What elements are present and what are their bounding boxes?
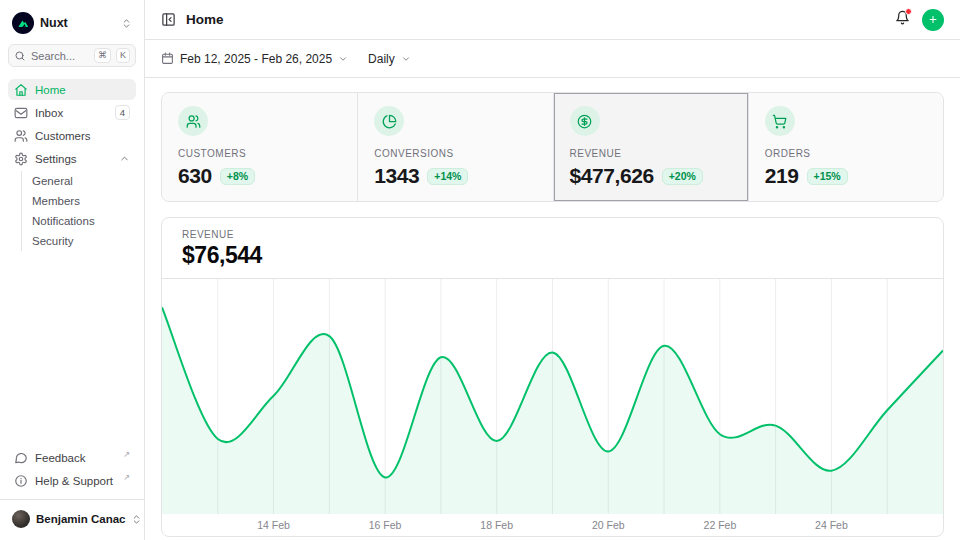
circle-dollar-icon — [570, 106, 600, 136]
sidebar-item-help-support[interactable]: Help & Support ↗ — [8, 470, 136, 491]
users-icon — [178, 106, 208, 136]
sidebar-item-home[interactable]: Home — [8, 79, 136, 100]
nuxt-logo-icon — [12, 12, 34, 34]
stat-label: ORDERS — [765, 148, 927, 159]
stat-label: CONVERSIONS — [374, 148, 536, 159]
sidebar-item-label: Customers — [35, 130, 130, 142]
workspace-selector[interactable]: Nuxt — [8, 8, 136, 44]
sidebar-item-label: Settings — [35, 153, 112, 165]
user-menu[interactable]: Benjamin Canac — [8, 508, 136, 530]
sidebar-spacer — [8, 251, 136, 447]
stat-label: REVENUE — [570, 148, 732, 159]
inbox-count-badge: 4 — [115, 105, 130, 120]
stat-value: 630 — [178, 164, 212, 188]
chart-header: REVENUE $76,544 — [162, 218, 943, 278]
search-input[interactable]: Search... ⌘ K — [8, 44, 136, 67]
chevron-up-icon — [119, 153, 130, 164]
workspace-name: Nuxt — [40, 16, 115, 30]
stat-card-conversions[interactable]: CONVERSIONS 1343 +14% — [357, 93, 552, 201]
revenue-chart-card: REVENUE $76,544 14 Feb16 Feb18 Feb20 Feb… — [161, 217, 944, 537]
chevron-down-icon — [401, 54, 411, 64]
chart-plot-area[interactable]: 14 Feb16 Feb18 Feb20 Feb22 Feb24 Feb — [162, 279, 943, 536]
topbar: Home — [145, 0, 960, 40]
chart-total-value: $76,544 — [182, 242, 923, 269]
sidebar-nav: Home Inbox 4 Customers Settings — [8, 79, 136, 251]
info-circle-icon — [14, 474, 28, 488]
inbox-icon — [14, 106, 28, 120]
sidebar-item-label: Help & Support — [35, 475, 115, 487]
sidebar-item-label: Inbox — [35, 107, 108, 119]
chart-title: REVENUE — [182, 229, 923, 240]
settings-submenu: General Members Notifications Security — [21, 171, 136, 251]
main-panel: Home Feb 12, 2025 - Feb 26, 2025 — [145, 0, 960, 540]
collapse-sidebar-icon[interactable] — [161, 12, 176, 27]
search-placeholder: Search... — [31, 50, 89, 62]
period-value: Daily — [368, 52, 395, 66]
sidebar-item-general[interactable]: General — [26, 171, 136, 191]
topbar-right — [895, 9, 944, 31]
sidebar-item-label: Feedback — [35, 452, 115, 464]
stat-value: $477,626 — [570, 164, 654, 188]
sidebar-item-notifications[interactable]: Notifications — [26, 211, 136, 231]
topbar-left: Home — [161, 12, 224, 27]
sidebar-item-feedback[interactable]: Feedback ↗ — [8, 447, 136, 468]
avatar — [12, 510, 30, 528]
stat-change-badge: +14% — [427, 168, 468, 185]
page-title: Home — [186, 12, 224, 27]
sidebar-item-security[interactable]: Security — [26, 231, 136, 251]
search-icon — [14, 50, 26, 62]
stat-label: CUSTOMERS — [178, 148, 341, 159]
stat-card-orders[interactable]: ORDERS 219 +15% — [748, 93, 943, 201]
shopping-cart-icon — [765, 106, 795, 136]
app: Nuxt Search... ⌘ K Home — [0, 0, 960, 540]
notification-dot — [905, 8, 912, 15]
date-range-picker[interactable]: Feb 12, 2025 - Feb 26, 2025 — [161, 52, 348, 66]
stat-change-badge: +8% — [220, 168, 255, 185]
sidebar-item-customers[interactable]: Customers — [8, 125, 136, 146]
chevron-down-icon — [338, 54, 348, 64]
kbd-cmd: ⌘ — [94, 48, 111, 63]
stat-change-badge: +15% — [807, 168, 848, 185]
stats-row: CUSTOMERS 630 +8% CONVERSIONS 1343 +14% — [161, 92, 944, 202]
external-link-icon: ↗ — [123, 450, 130, 459]
content: CUSTOMERS 630 +8% CONVERSIONS 1343 +14% — [145, 78, 960, 540]
external-link-icon: ↗ — [123, 473, 130, 482]
chart-pie-icon — [374, 106, 404, 136]
sidebar-item-label: Home — [35, 84, 130, 96]
users-icon — [14, 129, 28, 143]
sidebar-item-members[interactable]: Members — [26, 191, 136, 211]
kbd-k: K — [116, 48, 130, 63]
plus-icon — [928, 13, 938, 26]
gear-icon — [14, 152, 28, 166]
stat-card-revenue[interactable]: REVENUE $477,626 +20% — [553, 93, 748, 201]
svg-text:18 Feb: 18 Feb — [480, 519, 513, 531]
home-icon — [14, 83, 28, 97]
stat-value: 219 — [765, 164, 799, 188]
revenue-area-chart: 14 Feb16 Feb18 Feb20 Feb22 Feb24 Feb — [162, 279, 943, 536]
svg-text:24 Feb: 24 Feb — [815, 519, 848, 531]
filters-toolbar: Feb 12, 2025 - Feb 26, 2025 Daily — [145, 40, 960, 78]
sidebar: Nuxt Search... ⌘ K Home — [0, 0, 145, 540]
chevrons-up-down-icon — [121, 18, 132, 29]
stat-card-customers[interactable]: CUSTOMERS 630 +8% — [162, 93, 357, 201]
stat-change-badge: +20% — [662, 168, 703, 185]
svg-text:16 Feb: 16 Feb — [369, 519, 402, 531]
notifications-button[interactable] — [895, 10, 910, 29]
svg-text:20 Feb: 20 Feb — [592, 519, 625, 531]
sidebar-footer-links: Feedback ↗ Help & Support ↗ — [8, 447, 136, 491]
sidebar-item-inbox[interactable]: Inbox 4 — [8, 102, 136, 123]
sidebar-item-settings[interactable]: Settings — [8, 148, 136, 169]
sidebar-user-section: Benjamin Canac — [0, 499, 144, 532]
stat-value: 1343 — [374, 164, 419, 188]
date-range-value: Feb 12, 2025 - Feb 26, 2025 — [180, 52, 332, 66]
svg-text:14 Feb: 14 Feb — [257, 519, 290, 531]
user-name: Benjamin Canac — [36, 513, 125, 525]
chevrons-up-down-icon — [131, 514, 142, 525]
add-button[interactable] — [922, 9, 944, 31]
period-select[interactable]: Daily — [368, 52, 411, 66]
message-bubble-icon — [14, 451, 28, 465]
svg-text:22 Feb: 22 Feb — [704, 519, 737, 531]
calendar-icon — [161, 52, 174, 65]
